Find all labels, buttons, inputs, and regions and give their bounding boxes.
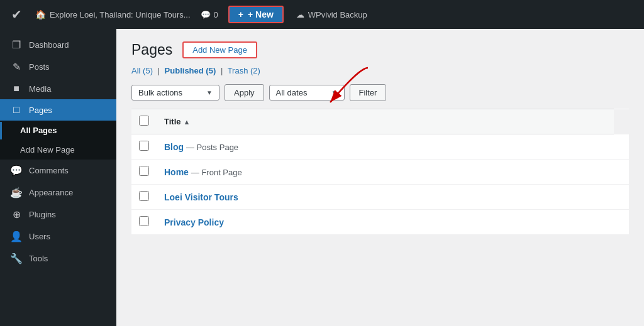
table-row: Privacy Policy: [131, 210, 629, 235]
row-4-page-link[interactable]: Privacy Policy: [164, 217, 224, 227]
row-2-check[interactable]: [131, 160, 157, 185]
row-1-page-sub: — Posts Page: [186, 143, 238, 152]
plugins-icon: ⊕: [10, 209, 23, 220]
sidebar-posts-label: Posts: [29, 62, 50, 72]
backup-bar-item[interactable]: ☁ WPvivid Backup: [296, 10, 367, 19]
row-3-check[interactable]: [131, 185, 157, 210]
filter-published-link[interactable]: Published (5): [165, 66, 218, 75]
sidebar-item-appearance[interactable]: ☕ Appearance: [0, 182, 116, 204]
sidebar-item-media[interactable]: ■ Media: [0, 78, 116, 99]
sidebar-users-label: Users: [29, 232, 50, 241]
sidebar-pages-sub: All Pages Add New Page: [0, 121, 116, 160]
wp-logo[interactable]: ✔: [8, 6, 25, 23]
bulk-chevron-icon: ▼: [206, 89, 213, 96]
new-button[interactable]: + + New: [228, 6, 284, 23]
posts-icon: ✎: [10, 61, 23, 73]
table-row: Home — Front Page: [131, 160, 629, 185]
page-title-row: Pages Add New Page: [131, 41, 629, 58]
sidebar-item-users[interactable]: 👤 Users: [0, 225, 116, 247]
bulk-actions-bar: Bulk actions ▼ Apply All dates ▼ Filter: [131, 84, 629, 101]
separator-2: |: [221, 66, 223, 75]
sidebar-appearance-label: Appearance: [29, 188, 73, 197]
site-name-bar[interactable]: 🏠 Explore Loei, Thailand: Unique Tours..…: [35, 9, 191, 19]
row-2-title-cell: Home — Front Page: [157, 160, 614, 185]
wp-logo-icon: ✔: [11, 7, 22, 22]
row-1-scroll: [614, 134, 629, 160]
admin-bar: ✔ 🏠 Explore Loei, Thailand: Unique Tours…: [0, 0, 644, 29]
sidebar-item-plugins[interactable]: ⊕ Plugins: [0, 204, 116, 225]
bulk-actions-label: Bulk actions: [138, 88, 182, 97]
dashboard-icon: ❐: [10, 39, 23, 51]
sidebar-item-dashboard[interactable]: ❐ Dashboard: [0, 34, 116, 56]
comments-icon: 💬: [10, 165, 23, 177]
date-chevron-icon: ▼: [331, 89, 338, 96]
new-label: + New: [248, 9, 274, 19]
row-3-page-link[interactable]: Loei Visitor Tours: [164, 192, 238, 202]
add-new-page-sub-label: Add New Page: [20, 145, 75, 155]
select-all-checkbox[interactable]: [139, 116, 149, 126]
date-label: All dates: [276, 88, 308, 97]
apply-button[interactable]: Apply: [225, 84, 264, 101]
all-pages-label: All Pages: [20, 126, 57, 135]
pages-icon: □: [10, 104, 23, 116]
appearance-icon: ☕: [10, 187, 23, 198]
table-row: Blog — Posts Page: [131, 134, 629, 160]
comments-bar-item[interactable]: 💬 0: [201, 10, 218, 19]
cloud-icon: ☁: [296, 10, 304, 19]
pages-table: Title ▲ Blog — Posts: [131, 109, 629, 235]
row-4-checkbox[interactable]: [139, 216, 149, 226]
media-icon: ■: [10, 83, 23, 94]
sidebar-media-label: Media: [29, 84, 51, 94]
page-title: Pages: [131, 41, 172, 58]
sidebar-item-all-pages[interactable]: All Pages: [0, 121, 116, 140]
row-2-checkbox[interactable]: [139, 166, 149, 176]
filter-button[interactable]: Filter: [350, 84, 387, 101]
filter-trash-link[interactable]: Trash (2): [228, 66, 260, 75]
table-row: Loei Visitor Tours: [131, 185, 629, 210]
sidebar-dashboard-label: Dashboard: [29, 40, 69, 50]
add-new-page-button[interactable]: Add New Page: [182, 41, 257, 58]
comment-count: 0: [214, 10, 218, 19]
sidebar-tools-label: Tools: [29, 254, 48, 263]
separator-1: |: [158, 66, 160, 75]
plus-icon: +: [238, 9, 243, 19]
row-1-checkbox[interactable]: [139, 141, 149, 151]
backup-label: WPvivid Backup: [308, 10, 367, 19]
row-1-page-link[interactable]: Blog: [164, 142, 186, 152]
row-3-title-cell: Loei Visitor Tours: [157, 185, 614, 210]
house-icon: 🏠: [35, 9, 46, 19]
sidebar-comments-label: Comments: [29, 166, 69, 175]
row-4-scroll: [614, 210, 629, 235]
comment-icon: 💬: [201, 10, 211, 19]
sidebar-item-pages[interactable]: □ Pages: [0, 99, 116, 121]
tools-icon: 🔧: [10, 253, 23, 264]
site-name-text: Explore Loei, Thailand: Unique Tours...: [50, 10, 191, 19]
row-4-check[interactable]: [131, 210, 157, 235]
sidebar-plugins-label: Plugins: [29, 210, 56, 219]
sidebar-item-add-new-page[interactable]: Add New Page: [0, 140, 116, 160]
sort-icon: ▲: [184, 118, 191, 126]
row-1-title-cell: Blog — Posts Page: [157, 134, 614, 160]
date-filter-dropdown[interactable]: All dates ▼: [269, 85, 345, 101]
sidebar-pages-label: Pages: [29, 106, 52, 115]
row-3-scroll: [614, 185, 629, 210]
sidebar-item-comments[interactable]: 💬 Comments: [0, 160, 116, 182]
sidebar-item-posts[interactable]: ✎ Posts: [0, 56, 116, 78]
select-all-header[interactable]: [131, 109, 157, 134]
body-layout: ❐ Dashboard ✎ Posts ■ Media □ Pages All …: [0, 29, 644, 326]
sidebar-item-tools[interactable]: 🔧 Tools: [0, 247, 116, 269]
row-2-page-sub: — Front Page: [191, 168, 242, 177]
main-content: Pages Add New Page All (5) | Publis: [116, 29, 644, 326]
row-1-check[interactable]: [131, 134, 157, 160]
bulk-actions-dropdown[interactable]: Bulk actions ▼: [131, 85, 219, 101]
sidebar: ❐ Dashboard ✎ Posts ■ Media □ Pages All …: [0, 29, 116, 326]
row-4-title-cell: Privacy Policy: [157, 210, 614, 235]
filter-all-link[interactable]: All (5): [131, 66, 155, 75]
title-header[interactable]: Title ▲: [157, 109, 614, 134]
row-2-page-link[interactable]: Home: [164, 167, 191, 177]
users-icon: 👤: [10, 231, 23, 242]
filter-links: All (5) | Published (5) | Trash (2): [131, 66, 629, 75]
scroll-spacer: [614, 109, 629, 134]
row-2-scroll: [614, 160, 629, 185]
row-3-checkbox[interactable]: [139, 191, 149, 201]
